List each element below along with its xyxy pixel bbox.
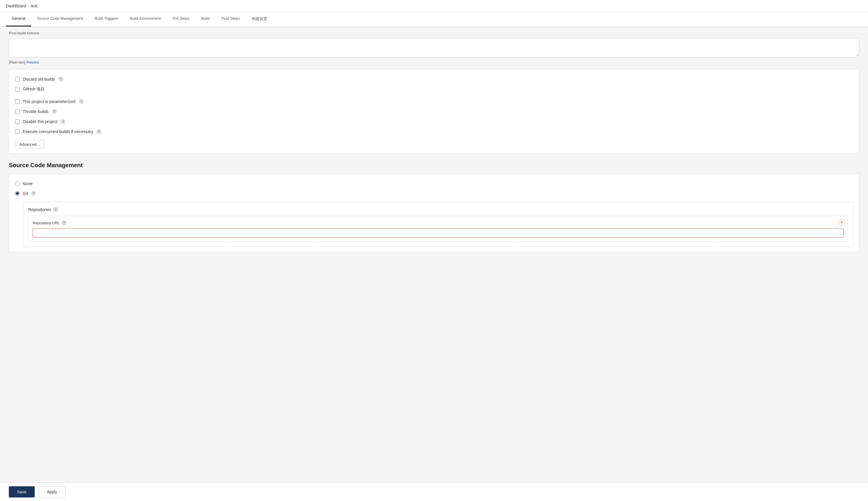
scm-section: None Git ? Repositories ? ✕ Repository U… [9, 174, 859, 252]
help-icon-repo-url[interactable]: ? [62, 220, 67, 225]
checkbox-row-github-project: GitHub 项目 [15, 84, 853, 94]
checkbox-row-parameterized: This project is parameterized ? [15, 97, 853, 107]
checkbox-disable-project[interactable] [15, 119, 20, 124]
checkbox-row-throttle-builds: Throttle builds ? [15, 107, 853, 117]
content-area: Post-build Actions [Plain text] Preview … [0, 27, 868, 278]
repo-url-card: ✕ Repository URL ? [28, 216, 848, 242]
help-icon-parameterized[interactable]: ? [78, 99, 84, 104]
radio-label-none: None [23, 181, 32, 186]
help-icon-git[interactable]: ? [31, 191, 36, 196]
tab-post-steps[interactable]: Post Steps [216, 12, 246, 26]
tabs-bar: General Source Code Management Build Tri… [0, 12, 868, 27]
repo-url-input[interactable] [33, 228, 844, 237]
checkbox-row-concurrent-builds: Execute concurrent builds if necessary ? [15, 127, 853, 137]
help-icon-disable-project[interactable]: ? [60, 119, 66, 124]
description-textarea[interactable] [9, 39, 859, 56]
preview-link[interactable]: Preview [26, 60, 39, 64]
radio-row-git: Git ? [15, 188, 853, 199]
checkbox-label-parameterized: This project is parameterized [23, 99, 76, 104]
advanced-button[interactable]: Advanced... [15, 140, 44, 149]
breadcrumb-sep-1: › [28, 4, 29, 8]
checkbox-label-github-project: GitHub 项目 [23, 87, 45, 92]
tab-build[interactable]: Build [195, 12, 216, 26]
checkbox-throttle-builds[interactable] [15, 109, 20, 114]
checkbox-label-concurrent-builds: Execute concurrent builds if necessary [23, 129, 93, 134]
radio-label-git: Git [23, 191, 28, 196]
text-format-row: [Plain text] Preview [9, 59, 859, 69]
repositories-label-row: Repositories ? [28, 207, 848, 212]
help-icon-discard-old-builds[interactable]: ? [58, 76, 64, 82]
repositories-label: Repositories [28, 207, 51, 212]
radio-row-none: None [15, 179, 853, 188]
breadcrumb-test[interactable]: test [31, 3, 38, 8]
repo-url-label-row: Repository URL ? [33, 220, 844, 225]
repositories-block: Repositories ? ✕ Repository URL ? [23, 202, 853, 247]
tab-source-code-management[interactable]: Source Code Management [31, 12, 89, 26]
tab-build-settings[interactable]: 构建设置 [246, 12, 273, 26]
repo-url-label: Repository URL [33, 221, 60, 225]
radio-scm-none[interactable] [15, 181, 20, 186]
radio-scm-git[interactable] [15, 191, 20, 196]
checkbox-label-throttle-builds: Throttle builds [23, 109, 48, 114]
checkbox-row-discard-old-builds: Discard old builds ? [15, 74, 853, 84]
checkbox-label-disable-project: Disable this project [23, 119, 57, 124]
checkbox-label-discard-old-builds: Discard old builds [23, 77, 55, 82]
checkbox-parameterized[interactable] [15, 99, 20, 104]
help-icon-concurrent-builds[interactable]: ? [96, 129, 101, 134]
breadcrumb: Dashboard › test › [0, 0, 868, 12]
breadcrumb-dashboard[interactable]: Dashboard [6, 3, 26, 8]
tab-general[interactable]: General [6, 12, 31, 26]
checkbox-github-project[interactable] [15, 87, 20, 92]
checkbox-discard-old-builds[interactable] [15, 77, 20, 82]
checkbox-row-disable-project: Disable this project ? [15, 117, 853, 127]
description-textarea-wrapper [9, 38, 859, 57]
post-build-label: Post-build Actions [9, 27, 859, 38]
tab-build-environment[interactable]: Build Environment [124, 12, 167, 26]
help-icon-throttle-builds[interactable]: ? [52, 109, 57, 114]
breadcrumb-sep-2: › [39, 4, 40, 8]
scm-heading: Source Code Management [9, 162, 859, 169]
tab-build-triggers[interactable]: Build Triggers [89, 12, 124, 26]
tab-pre-steps[interactable]: Pre Steps [167, 12, 195, 26]
help-icon-repositories[interactable]: ? [53, 207, 58, 212]
checkbox-concurrent-builds[interactable] [15, 129, 20, 134]
close-repo-button[interactable]: ✕ [838, 219, 845, 225]
plain-text-label: [Plain text] [9, 60, 25, 64]
general-checkboxes-section: Discard old builds ? GitHub 项目 This proj… [9, 69, 859, 154]
